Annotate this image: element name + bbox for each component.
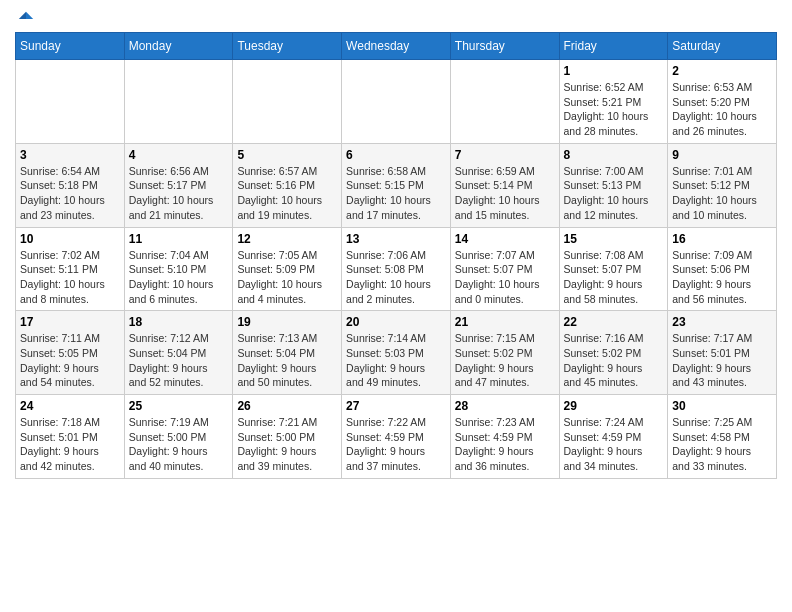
day-info: Sunrise: 7:13 AM Sunset: 5:04 PM Dayligh…: [237, 331, 337, 390]
day-info: Sunrise: 6:59 AM Sunset: 5:14 PM Dayligh…: [455, 164, 555, 223]
day-info: Sunrise: 7:12 AM Sunset: 5:04 PM Dayligh…: [129, 331, 229, 390]
weekday-header-wednesday: Wednesday: [342, 33, 451, 60]
day-info: Sunrise: 7:07 AM Sunset: 5:07 PM Dayligh…: [455, 248, 555, 307]
day-number: 7: [455, 148, 555, 162]
day-cell: 12Sunrise: 7:05 AM Sunset: 5:09 PM Dayli…: [233, 227, 342, 311]
day-info: Sunrise: 6:53 AM Sunset: 5:20 PM Dayligh…: [672, 80, 772, 139]
day-cell: [124, 60, 233, 144]
day-cell: 14Sunrise: 7:07 AM Sunset: 5:07 PM Dayli…: [450, 227, 559, 311]
day-number: 18: [129, 315, 229, 329]
day-cell: 17Sunrise: 7:11 AM Sunset: 5:05 PM Dayli…: [16, 311, 125, 395]
day-number: 17: [20, 315, 120, 329]
day-info: Sunrise: 6:58 AM Sunset: 5:15 PM Dayligh…: [346, 164, 446, 223]
week-row-2: 3Sunrise: 6:54 AM Sunset: 5:18 PM Daylig…: [16, 143, 777, 227]
day-info: Sunrise: 7:14 AM Sunset: 5:03 PM Dayligh…: [346, 331, 446, 390]
svg-marker-1: [19, 12, 26, 19]
day-info: Sunrise: 6:57 AM Sunset: 5:16 PM Dayligh…: [237, 164, 337, 223]
svg-marker-0: [26, 12, 33, 19]
day-cell: [16, 60, 125, 144]
weekday-header-monday: Monday: [124, 33, 233, 60]
day-number: 3: [20, 148, 120, 162]
day-info: Sunrise: 7:11 AM Sunset: 5:05 PM Dayligh…: [20, 331, 120, 390]
day-cell: [233, 60, 342, 144]
day-info: Sunrise: 7:23 AM Sunset: 4:59 PM Dayligh…: [455, 415, 555, 474]
day-cell: 24Sunrise: 7:18 AM Sunset: 5:01 PM Dayli…: [16, 395, 125, 479]
day-cell: 9Sunrise: 7:01 AM Sunset: 5:12 PM Daylig…: [668, 143, 777, 227]
weekday-header-sunday: Sunday: [16, 33, 125, 60]
weekday-header-tuesday: Tuesday: [233, 33, 342, 60]
day-info: Sunrise: 7:17 AM Sunset: 5:01 PM Dayligh…: [672, 331, 772, 390]
day-info: Sunrise: 7:02 AM Sunset: 5:11 PM Dayligh…: [20, 248, 120, 307]
day-cell: 27Sunrise: 7:22 AM Sunset: 4:59 PM Dayli…: [342, 395, 451, 479]
day-info: Sunrise: 7:22 AM Sunset: 4:59 PM Dayligh…: [346, 415, 446, 474]
day-cell: 21Sunrise: 7:15 AM Sunset: 5:02 PM Dayli…: [450, 311, 559, 395]
day-cell: 6Sunrise: 6:58 AM Sunset: 5:15 PM Daylig…: [342, 143, 451, 227]
day-cell: 4Sunrise: 6:56 AM Sunset: 5:17 PM Daylig…: [124, 143, 233, 227]
day-cell: 23Sunrise: 7:17 AM Sunset: 5:01 PM Dayli…: [668, 311, 777, 395]
day-number: 12: [237, 232, 337, 246]
day-info: Sunrise: 7:21 AM Sunset: 5:00 PM Dayligh…: [237, 415, 337, 474]
day-cell: 22Sunrise: 7:16 AM Sunset: 5:02 PM Dayli…: [559, 311, 668, 395]
day-cell: 20Sunrise: 7:14 AM Sunset: 5:03 PM Dayli…: [342, 311, 451, 395]
day-number: 20: [346, 315, 446, 329]
day-cell: 13Sunrise: 7:06 AM Sunset: 5:08 PM Dayli…: [342, 227, 451, 311]
day-cell: [342, 60, 451, 144]
weekday-header-thursday: Thursday: [450, 33, 559, 60]
day-number: 28: [455, 399, 555, 413]
day-number: 21: [455, 315, 555, 329]
day-cell: 19Sunrise: 7:13 AM Sunset: 5:04 PM Dayli…: [233, 311, 342, 395]
day-cell: 29Sunrise: 7:24 AM Sunset: 4:59 PM Dayli…: [559, 395, 668, 479]
day-number: 26: [237, 399, 337, 413]
day-cell: 11Sunrise: 7:04 AM Sunset: 5:10 PM Dayli…: [124, 227, 233, 311]
day-info: Sunrise: 7:24 AM Sunset: 4:59 PM Dayligh…: [564, 415, 664, 474]
day-cell: 28Sunrise: 7:23 AM Sunset: 4:59 PM Dayli…: [450, 395, 559, 479]
week-row-1: 1Sunrise: 6:52 AM Sunset: 5:21 PM Daylig…: [16, 60, 777, 144]
week-row-5: 24Sunrise: 7:18 AM Sunset: 5:01 PM Dayli…: [16, 395, 777, 479]
day-number: 9: [672, 148, 772, 162]
day-number: 4: [129, 148, 229, 162]
weekday-header-friday: Friday: [559, 33, 668, 60]
day-info: Sunrise: 6:54 AM Sunset: 5:18 PM Dayligh…: [20, 164, 120, 223]
day-number: 24: [20, 399, 120, 413]
day-cell: 18Sunrise: 7:12 AM Sunset: 5:04 PM Dayli…: [124, 311, 233, 395]
day-number: 6: [346, 148, 446, 162]
day-number: 1: [564, 64, 664, 78]
weekday-header-row: SundayMondayTuesdayWednesdayThursdayFrid…: [16, 33, 777, 60]
day-number: 5: [237, 148, 337, 162]
day-cell: 25Sunrise: 7:19 AM Sunset: 5:00 PM Dayli…: [124, 395, 233, 479]
weekday-header-saturday: Saturday: [668, 33, 777, 60]
day-number: 13: [346, 232, 446, 246]
day-cell: 2Sunrise: 6:53 AM Sunset: 5:20 PM Daylig…: [668, 60, 777, 144]
day-info: Sunrise: 7:05 AM Sunset: 5:09 PM Dayligh…: [237, 248, 337, 307]
day-cell: 15Sunrise: 7:08 AM Sunset: 5:07 PM Dayli…: [559, 227, 668, 311]
day-cell: 16Sunrise: 7:09 AM Sunset: 5:06 PM Dayli…: [668, 227, 777, 311]
day-info: Sunrise: 7:09 AM Sunset: 5:06 PM Dayligh…: [672, 248, 772, 307]
day-info: Sunrise: 7:06 AM Sunset: 5:08 PM Dayligh…: [346, 248, 446, 307]
day-info: Sunrise: 7:04 AM Sunset: 5:10 PM Dayligh…: [129, 248, 229, 307]
day-cell: 3Sunrise: 6:54 AM Sunset: 5:18 PM Daylig…: [16, 143, 125, 227]
day-number: 30: [672, 399, 772, 413]
day-cell: 1Sunrise: 6:52 AM Sunset: 5:21 PM Daylig…: [559, 60, 668, 144]
day-cell: 5Sunrise: 6:57 AM Sunset: 5:16 PM Daylig…: [233, 143, 342, 227]
day-number: 15: [564, 232, 664, 246]
day-number: 8: [564, 148, 664, 162]
day-number: 10: [20, 232, 120, 246]
day-number: 19: [237, 315, 337, 329]
day-number: 16: [672, 232, 772, 246]
day-number: 22: [564, 315, 664, 329]
logo-icon: [17, 10, 35, 28]
day-cell: 10Sunrise: 7:02 AM Sunset: 5:11 PM Dayli…: [16, 227, 125, 311]
week-row-4: 17Sunrise: 7:11 AM Sunset: 5:05 PM Dayli…: [16, 311, 777, 395]
day-number: 29: [564, 399, 664, 413]
day-info: Sunrise: 6:56 AM Sunset: 5:17 PM Dayligh…: [129, 164, 229, 223]
day-cell: [450, 60, 559, 144]
day-info: Sunrise: 7:08 AM Sunset: 5:07 PM Dayligh…: [564, 248, 664, 307]
day-number: 11: [129, 232, 229, 246]
day-info: Sunrise: 7:25 AM Sunset: 4:58 PM Dayligh…: [672, 415, 772, 474]
day-info: Sunrise: 7:00 AM Sunset: 5:13 PM Dayligh…: [564, 164, 664, 223]
page-header: [15, 10, 777, 24]
day-number: 2: [672, 64, 772, 78]
day-cell: 8Sunrise: 7:00 AM Sunset: 5:13 PM Daylig…: [559, 143, 668, 227]
day-info: Sunrise: 7:18 AM Sunset: 5:01 PM Dayligh…: [20, 415, 120, 474]
day-info: Sunrise: 7:19 AM Sunset: 5:00 PM Dayligh…: [129, 415, 229, 474]
